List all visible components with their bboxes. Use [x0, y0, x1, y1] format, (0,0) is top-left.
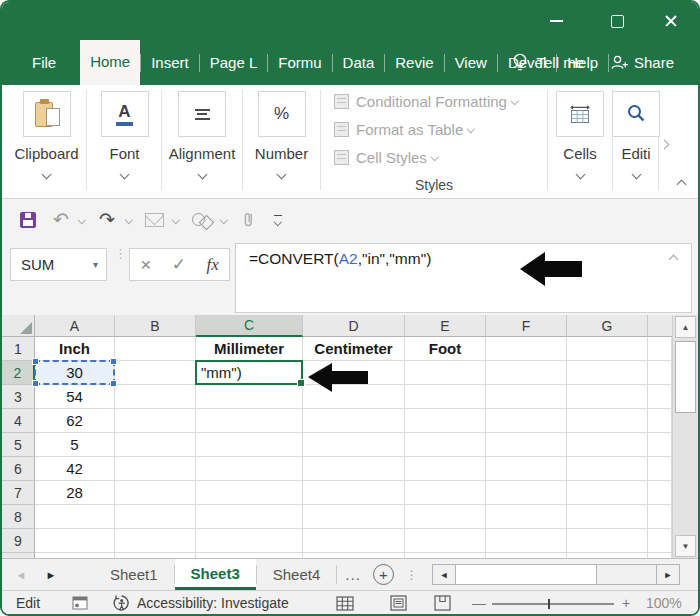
- page-break-view-button[interactable]: [434, 591, 451, 615]
- cell-F5[interactable]: [486, 433, 567, 457]
- shapes-button[interactable]: [187, 199, 217, 240]
- redo-button[interactable]: ↷: [94, 199, 120, 240]
- cells-group-button[interactable]: Cells: [549, 91, 611, 178]
- cell-B1[interactable]: [115, 337, 196, 361]
- name-box-dropdown-icon[interactable]: ▾: [93, 259, 98, 270]
- tab-view[interactable]: View: [445, 40, 497, 85]
- font-group-button[interactable]: A Font: [88, 91, 161, 178]
- cell-C2[interactable]: "mm"): [196, 361, 303, 385]
- row-header-2[interactable]: 2: [2, 361, 35, 385]
- insert-function-button[interactable]: fx: [206, 255, 218, 275]
- cell-C3[interactable]: [196, 385, 303, 409]
- cell-F9[interactable]: [486, 529, 567, 553]
- row-header-6[interactable]: 6: [2, 457, 35, 481]
- cell-E7[interactable]: [405, 481, 486, 505]
- page-layout-view-button[interactable]: [390, 591, 407, 615]
- maximize-button[interactable]: [604, 10, 630, 32]
- cell-D6[interactable]: [303, 457, 405, 481]
- cell-G4[interactable]: [567, 409, 648, 433]
- zoom-level[interactable]: 100%: [646, 591, 682, 615]
- cell-F8[interactable]: [486, 505, 567, 529]
- customize-toolbar-button[interactable]: [268, 199, 288, 240]
- save-button[interactable]: [14, 199, 42, 240]
- row-header-8[interactable]: 8: [2, 505, 35, 529]
- cell-A6[interactable]: 42: [35, 457, 115, 481]
- zoom-slider[interactable]: [492, 603, 614, 605]
- cell-E8[interactable]: [405, 505, 486, 529]
- cell-A8[interactable]: [35, 505, 115, 529]
- cell-C7[interactable]: [196, 481, 303, 505]
- cell-C6[interactable]: [196, 457, 303, 481]
- cell-E4[interactable]: [405, 409, 486, 433]
- undo-button[interactable]: ↶: [48, 199, 74, 240]
- tab-home[interactable]: Home: [80, 40, 140, 85]
- cell-A1[interactable]: Inch: [35, 337, 115, 361]
- cell-E1[interactable]: Foot: [405, 337, 486, 361]
- close-button[interactable]: [658, 10, 684, 32]
- share-button[interactable]: Share: [610, 54, 674, 71]
- cell-B2[interactable]: [115, 361, 196, 385]
- collapse-ribbon-icon[interactable]: [677, 180, 687, 190]
- more-sheets-button[interactable]: ...: [337, 559, 369, 590]
- col-header-E[interactable]: E: [405, 315, 486, 337]
- clipboard-group-button[interactable]: Clipboard: [8, 91, 85, 178]
- chevron-right-icon[interactable]: [660, 140, 670, 150]
- cell-E9[interactable]: [405, 529, 486, 553]
- vertical-scrollbar-thumb[interactable]: [675, 341, 696, 413]
- horizontal-scrollbar[interactable]: ◄ ►: [432, 564, 680, 585]
- row-header-7[interactable]: 7: [2, 481, 35, 505]
- tab-formu[interactable]: Formu: [268, 40, 331, 85]
- scroll-up-button[interactable]: ▲: [675, 316, 696, 338]
- row-header-5[interactable]: 5: [2, 433, 35, 457]
- cell-E3[interactable]: [405, 385, 486, 409]
- zoom-slider-thumb[interactable]: [548, 599, 550, 609]
- cell-C4[interactable]: [196, 409, 303, 433]
- cell-D5[interactable]: [303, 433, 405, 457]
- cell-C5[interactable]: [196, 433, 303, 457]
- cell-F3[interactable]: [486, 385, 567, 409]
- cell-A5[interactable]: 5: [35, 433, 115, 457]
- cell-C9[interactable]: [196, 529, 303, 553]
- fill-handle[interactable]: [297, 379, 305, 387]
- styles-item-0[interactable]: Conditional Formatting: [334, 89, 546, 113]
- styles-item-1[interactable]: Format as Table: [334, 117, 546, 141]
- vertical-scrollbar[interactable]: ▲ ▼: [672, 315, 698, 558]
- cell-A4[interactable]: 62: [35, 409, 115, 433]
- cell-F7[interactable]: [486, 481, 567, 505]
- email-button[interactable]: [141, 199, 167, 240]
- cell-F1[interactable]: [486, 337, 567, 361]
- cell-G3[interactable]: [567, 385, 648, 409]
- col-header-A[interactable]: A: [35, 315, 115, 337]
- formula-input[interactable]: =CONVERT(A2,"in","mm"): [235, 243, 692, 313]
- email-dropdown[interactable]: [170, 199, 182, 240]
- cell-B9[interactable]: [115, 529, 196, 553]
- cell-E6[interactable]: [405, 457, 486, 481]
- attachment-button[interactable]: [236, 199, 260, 240]
- cell-G8[interactable]: [567, 505, 648, 529]
- tab-insert[interactable]: Insert: [141, 40, 199, 85]
- cell-B6[interactable]: [115, 457, 196, 481]
- scroll-down-button[interactable]: ▼: [675, 535, 696, 557]
- select-all-button[interactable]: [2, 315, 35, 337]
- col-header-B[interactable]: B: [115, 315, 196, 337]
- col-header-G[interactable]: G: [567, 315, 648, 337]
- cell-B8[interactable]: [115, 505, 196, 529]
- undo-dropdown[interactable]: [76, 199, 88, 240]
- styles-item-2[interactable]: Cell Styles: [334, 145, 546, 169]
- shapes-dropdown[interactable]: [218, 199, 230, 240]
- col-header-C[interactable]: C: [196, 315, 303, 337]
- cell-D8[interactable]: [303, 505, 405, 529]
- previous-sheet-button[interactable]: ◄: [6, 559, 36, 590]
- cell-G9[interactable]: [567, 529, 648, 553]
- cell-G1[interactable]: [567, 337, 648, 361]
- cell-D1[interactable]: Centimeter: [303, 337, 405, 361]
- next-sheet-button[interactable]: ►: [36, 559, 66, 590]
- cell-C8[interactable]: [196, 505, 303, 529]
- cell-D9[interactable]: [303, 529, 405, 553]
- alignment-group-button[interactable]: Alignment: [163, 91, 241, 178]
- cell-B5[interactable]: [115, 433, 196, 457]
- cell-A3[interactable]: 54: [35, 385, 115, 409]
- cell-A9[interactable]: [35, 529, 115, 553]
- col-header-D[interactable]: D: [303, 315, 405, 337]
- cancel-button[interactable]: ×: [140, 254, 151, 276]
